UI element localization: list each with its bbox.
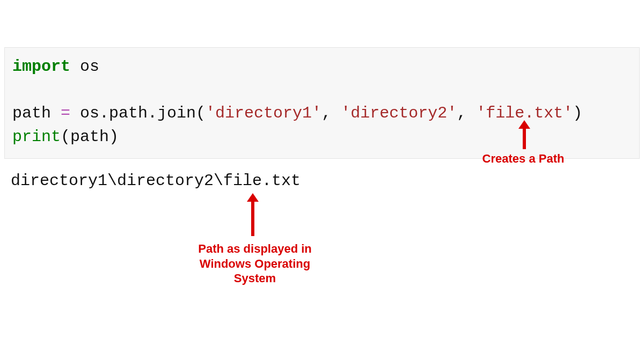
code-line-blank: [12, 79, 632, 102]
code-line-1: import os: [12, 55, 632, 79]
output-text: directory1\directory2\file.txt: [11, 172, 301, 190]
str-dir1: 'directory1': [206, 104, 321, 122]
var-path: path: [12, 104, 61, 122]
arrow-creates-path-icon: [523, 126, 526, 149]
op-equals: =: [61, 104, 70, 122]
str-dir2: 'directory2': [341, 104, 457, 122]
call-join: os.path.join(: [70, 104, 206, 122]
code-line-4: print(path): [12, 126, 632, 149]
keyword-import: import: [12, 57, 70, 76]
comma-2: ,: [457, 104, 476, 122]
comma-1: ,: [321, 104, 341, 122]
arrow-path-displayed-icon: [251, 199, 254, 236]
paren-close: ): [573, 104, 582, 122]
fn-print: print: [12, 128, 61, 146]
annotation-creates-path: Creates a Path: [429, 151, 617, 166]
code-line-3: path = os.path.join('directory1', 'direc…: [12, 102, 632, 126]
module-os: os: [70, 57, 99, 76]
code-cell: import os path = os.path.join('directory…: [4, 47, 640, 159]
str-file: 'file.txt': [476, 104, 573, 122]
print-arg: (path): [61, 128, 119, 146]
annotation-displayed-text: Path as displayed in Windows Operating S…: [198, 242, 312, 285]
annotation-path-displayed: Path as displayed in Windows Operating S…: [193, 241, 317, 286]
